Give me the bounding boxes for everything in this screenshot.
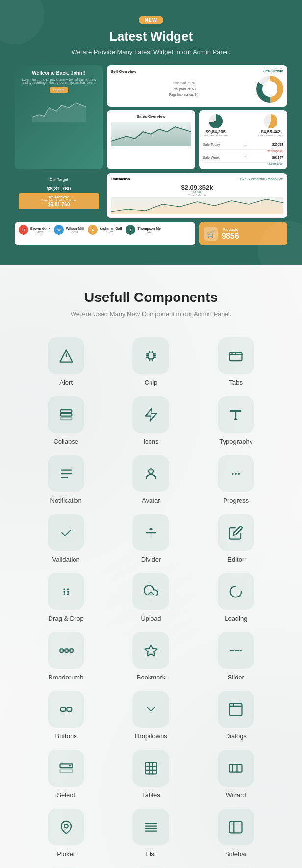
- component-item-drag-drop[interactable]: Drag & Drop: [28, 573, 103, 622]
- component-item-typography[interactable]: Typography: [199, 396, 274, 445]
- collapse-icon: [59, 407, 74, 422]
- sales-chart-area: [111, 122, 191, 146]
- svg-rect-22: [60, 413, 72, 416]
- sale-week-row: Sale Week ↑ $63147: [203, 153, 283, 163]
- divider-icon: [144, 525, 158, 540]
- svg-rect-61: [230, 764, 242, 772]
- component-item-loading[interactable]: Loading: [199, 573, 274, 622]
- svg-point-34: [63, 588, 65, 590]
- dropdowns-icon: [144, 702, 158, 717]
- component-label-tabs: Tabs: [229, 379, 243, 386]
- component-label-wizard: Wizard: [226, 791, 246, 799]
- component-item-dropdowns[interactable]: Dropdowns: [113, 691, 188, 740]
- svg-point-38: [63, 593, 65, 595]
- welcome-title: Wellcome Back, John!!: [20, 70, 98, 76]
- component-item-divider[interactable]: Divider: [113, 514, 188, 563]
- user-avatar-4: T: [126, 225, 135, 235]
- components-grid: Alert Chip Tabs Collapse Icons: [28, 337, 274, 868]
- notification-icon: [59, 466, 74, 481]
- sale-today-amount: $25698: [272, 143, 283, 146]
- component-item-picker[interactable]: Pioker: [28, 809, 103, 858]
- update-button[interactable]: Update: [50, 87, 69, 93]
- component-item-buttons[interactable]: Buttons: [28, 691, 103, 740]
- component-item-avatar[interactable]: Avatar: [113, 455, 188, 504]
- user-avatar-2: W: [54, 225, 64, 235]
- svg-marker-46: [145, 644, 157, 656]
- bookmark-icon: [144, 643, 158, 658]
- component-label-sidebar: Sidebar: [225, 850, 247, 858]
- component-label-tables: Tables: [142, 791, 160, 799]
- picker-icon: [59, 820, 74, 835]
- component-label-divider: Divider: [141, 556, 161, 563]
- component-label-dropdowns: Dropdowns: [135, 732, 167, 740]
- component-item-upload[interactable]: Upload: [113, 573, 188, 622]
- component-label-notification: Notification: [50, 497, 82, 504]
- components-subtitle: We Are Used Many New Component in our Ad…: [15, 310, 287, 318]
- component-item-tabs[interactable]: Tabs: [199, 337, 274, 386]
- component-item-chip[interactable]: Chip: [113, 337, 188, 386]
- component-item-editor[interactable]: Editor: [199, 514, 274, 563]
- svg-rect-23: [60, 417, 72, 420]
- component-label-icons: Icons: [143, 438, 158, 445]
- avatar-icon: [144, 466, 158, 481]
- component-label-progress: Progress: [223, 497, 249, 504]
- svg-point-27: [149, 469, 153, 474]
- user-item-3: A Arshman GailDiv: [88, 225, 122, 235]
- component-item-tables[interactable]: Tables: [113, 750, 188, 799]
- target-card: Our Target $6,81,760 We Archieve Complet…: [15, 173, 103, 218]
- notification-icon-box: [48, 455, 84, 492]
- component-item-bookmark[interactable]: Bookmark: [113, 632, 188, 681]
- select-icon: [59, 761, 74, 776]
- icons-icon: [144, 407, 158, 422]
- picker-icon-box: [48, 809, 84, 845]
- wizard-icon-box: [218, 750, 254, 787]
- component-item-validation[interactable]: Validation: [28, 514, 103, 563]
- typography-icon: [228, 407, 243, 422]
- hero-section: NEW Latest Widget We are Provide Many La…: [0, 0, 302, 265]
- svg-rect-5: [148, 353, 154, 359]
- hero-subtitle: We are Provide Many Latest Widget In our…: [10, 48, 292, 55]
- components-section: Usefull Components We Are Used Many New …: [0, 265, 302, 868]
- typography-icon-box: [218, 396, 254, 433]
- slider-icon-box: [218, 632, 254, 669]
- component-label-typography: Typography: [219, 438, 252, 445]
- sidebar-icon-box: [218, 809, 254, 845]
- achieve-label: We Archieve: [22, 195, 96, 199]
- component-item-list[interactable]: LIst: [113, 809, 188, 858]
- tx-subtitle: 9876 Successfull Transaction: [239, 177, 283, 181]
- breadcrumb-icon: [59, 643, 74, 658]
- sale-week-change: +$669(60%): [203, 163, 283, 165]
- income-amount-2: $4,55,462: [258, 129, 283, 134]
- component-item-collapse[interactable]: Collapse: [28, 396, 103, 445]
- income-donut-2: [264, 114, 277, 128]
- tables-icon-box: [132, 750, 169, 787]
- component-item-select[interactable]: Seleot: [28, 750, 103, 799]
- component-item-dialogs[interactable]: Dialogs: [199, 691, 274, 740]
- products-value: 9856: [222, 232, 239, 241]
- svg-marker-0: [32, 103, 86, 122]
- component-item-wizard[interactable]: Wizard: [199, 750, 274, 799]
- component-item-notification[interactable]: Notification: [28, 455, 103, 504]
- svg-point-64: [64, 824, 68, 828]
- component-label-buttons: Buttons: [55, 732, 77, 740]
- breadcrumb-icon-box: [48, 632, 84, 669]
- user-item-1: B Brown dunkJava: [19, 225, 50, 235]
- sell-donut-chart: [256, 76, 283, 103]
- component-label-alert: Alert: [59, 379, 73, 386]
- component-item-sidebar[interactable]: Sidebar: [199, 809, 274, 858]
- validation-icon-box: [48, 514, 84, 551]
- component-item-breadcrumb[interactable]: Breadorumb: [28, 632, 103, 681]
- sales-chart-preview: [32, 98, 86, 122]
- svg-point-4: [66, 358, 66, 359]
- component-item-alert[interactable]: Alert: [28, 337, 103, 386]
- user-item-2: W Wilson MillAnna: [54, 225, 84, 235]
- tx-amount: $2,09,352k: [111, 184, 283, 191]
- svg-rect-56: [146, 762, 157, 774]
- component-item-progress[interactable]: Progress: [199, 455, 274, 504]
- svg-point-29: [232, 473, 234, 475]
- tabs-icon: [228, 349, 243, 363]
- component-item-slider[interactable]: Slider: [199, 632, 274, 681]
- svg-rect-69: [230, 821, 242, 833]
- svg-rect-49: [67, 707, 72, 711]
- component-item-icons[interactable]: Icons: [113, 396, 188, 445]
